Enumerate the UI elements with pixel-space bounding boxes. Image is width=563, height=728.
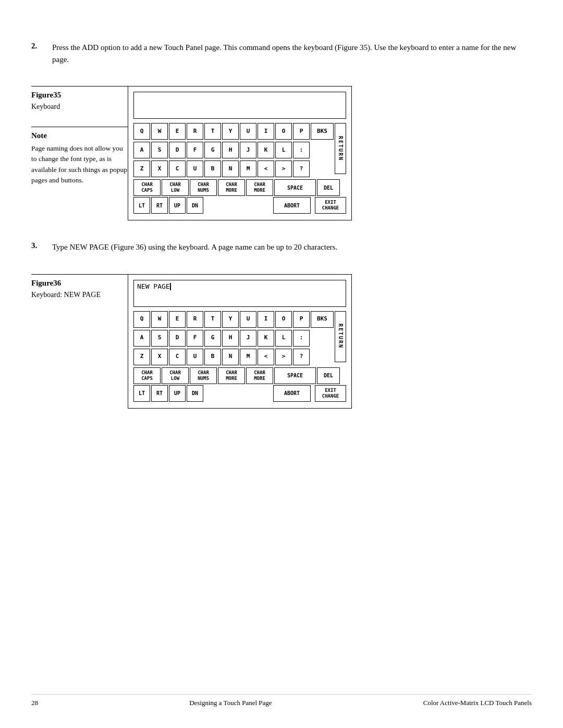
key-exit-36[interactable]: EXITCHANGE xyxy=(315,385,346,402)
key-w-35[interactable]: W xyxy=(151,123,168,140)
key-h-36[interactable]: H xyxy=(222,330,239,347)
key-abort-36[interactable]: ABORT xyxy=(273,385,311,402)
key-lt-35[interactable]: < xyxy=(258,161,274,177)
key-char-low-36[interactable]: CHARLOW xyxy=(162,367,189,384)
key-m-35[interactable]: M xyxy=(240,161,256,177)
key-n-35[interactable]: N xyxy=(222,161,239,177)
key-c-36[interactable]: C xyxy=(169,349,186,365)
key-c-35[interactable]: C xyxy=(169,161,186,177)
key-bks-35[interactable]: BKS xyxy=(311,123,334,140)
key-d-36[interactable]: D xyxy=(169,330,186,347)
key-char-more2-35[interactable]: CHARMORE xyxy=(246,179,273,196)
key-o-35[interactable]: O xyxy=(275,123,292,140)
key-t-36[interactable]: T xyxy=(204,311,221,328)
key-rt-nav-36[interactable]: RT xyxy=(151,385,168,402)
key-r-36[interactable]: R xyxy=(187,311,203,328)
key-y-36[interactable]: Y xyxy=(222,311,239,328)
key-l-35[interactable]: L xyxy=(275,142,292,158)
key-n-36[interactable]: N xyxy=(222,349,239,365)
key-m-36[interactable]: M xyxy=(240,349,256,365)
key-b-36[interactable]: B xyxy=(204,349,221,365)
key-p-35[interactable]: P xyxy=(293,123,310,140)
key-dn-nav-36[interactable]: DN xyxy=(187,385,203,402)
key-char-low-35[interactable]: CHARLOW xyxy=(162,179,189,196)
key-u2-36[interactable]: U xyxy=(187,349,203,365)
key-char-more1-36[interactable]: CHARMORE xyxy=(218,367,245,384)
key-return-35[interactable]: R​E​T​U​R​N xyxy=(335,123,346,174)
key-w-36[interactable]: W xyxy=(151,311,168,328)
key-z-35[interactable]: Z xyxy=(133,161,150,177)
key-row-4-35: CHARCAPS CHARLOW CHARNUMS CHARMORE CHARM… xyxy=(133,179,346,196)
key-u-36[interactable]: U xyxy=(240,311,256,328)
key-dn-nav-35[interactable]: DN xyxy=(187,197,203,214)
key-k-35[interactable]: K xyxy=(258,142,274,158)
key-k-36[interactable]: K xyxy=(258,330,274,347)
key-char-caps-36[interactable]: CHARCAPS xyxy=(133,367,161,384)
key-r-35[interactable]: R xyxy=(187,123,203,140)
key-char-nums-36[interactable]: CHARNUMS xyxy=(190,367,217,384)
key-g-36[interactable]: G xyxy=(204,330,221,347)
key-rt-nav-35[interactable]: RT xyxy=(151,197,168,214)
key-z-36[interactable]: Z xyxy=(133,349,150,365)
key-space-35[interactable]: SPACE xyxy=(274,179,316,196)
key-colon-36[interactable]: : xyxy=(293,330,310,347)
key-row-2-36: A S D F G H J K L : xyxy=(133,330,334,347)
key-up-nav-36[interactable]: UP xyxy=(169,385,186,402)
key-lt-nav-36[interactable]: LT xyxy=(133,385,150,402)
key-x-35[interactable]: X xyxy=(151,161,168,177)
key-space-36[interactable]: SPACE xyxy=(274,367,316,384)
key-q-35[interactable]: Q xyxy=(133,123,150,140)
key-a-35[interactable]: A xyxy=(133,142,150,158)
key-exit-35[interactable]: EXITCHANGE xyxy=(315,197,346,214)
key-f-35[interactable]: F xyxy=(187,142,203,158)
key-del-35[interactable]: DEL xyxy=(317,179,340,196)
key-i-36[interactable]: I xyxy=(258,311,274,328)
key-row-5-36: LT RT UP DN ABORT EXITCHANGE xyxy=(133,385,346,402)
key-gt-36[interactable]: > xyxy=(275,349,292,365)
key-d-35[interactable]: D xyxy=(169,142,186,158)
key-b-35[interactable]: B xyxy=(204,161,221,177)
figure35-sidebar: Figure35 Keyboard Note Page naming does … xyxy=(31,86,128,220)
key-e-35[interactable]: E xyxy=(169,123,186,140)
key-lt-nav-35[interactable]: LT xyxy=(133,197,150,214)
key-h-35[interactable]: H xyxy=(222,142,239,158)
key-t-35[interactable]: T xyxy=(204,123,221,140)
key-j-35[interactable]: J xyxy=(240,142,256,158)
key-gt-35[interactable]: > xyxy=(275,161,292,177)
key-q2-35[interactable]: ? xyxy=(293,161,310,177)
footer-right: Color Active-Matrix LCD Touch Panels xyxy=(423,699,532,707)
key-o-36[interactable]: O xyxy=(275,311,292,328)
key-y-35[interactable]: Y xyxy=(222,123,239,140)
key-colon-35[interactable]: : xyxy=(293,142,310,158)
key-lt-36[interactable]: < xyxy=(258,349,274,365)
key-f-36[interactable]: F xyxy=(187,330,203,347)
page-footer: 28 Designing a Touch Panel Page Color Ac… xyxy=(31,694,532,707)
key-char-more2-36[interactable]: CHARMORE xyxy=(246,367,273,384)
spacer-36 xyxy=(204,385,272,402)
key-j-36[interactable]: J xyxy=(240,330,256,347)
key-g-35[interactable]: G xyxy=(204,142,221,158)
key-del-36[interactable]: DEL xyxy=(317,367,340,384)
cursor-36 xyxy=(170,283,171,290)
key-char-more1-35[interactable]: CHARMORE xyxy=(218,179,245,196)
key-l-36[interactable]: L xyxy=(275,330,292,347)
key-char-nums-35[interactable]: CHARNUMS xyxy=(190,179,217,196)
key-abort-35[interactable]: ABORT xyxy=(273,197,311,214)
key-up-nav-35[interactable]: UP xyxy=(169,197,186,214)
key-s-36[interactable]: S xyxy=(151,330,168,347)
key-s-35[interactable]: S xyxy=(151,142,168,158)
footer-page-number: 28 xyxy=(31,699,38,707)
key-i-35[interactable]: I xyxy=(258,123,274,140)
key-char-caps-35[interactable]: CHARCAPS xyxy=(133,179,161,196)
key-p-36[interactable]: P xyxy=(293,311,310,328)
key-e-36[interactable]: E xyxy=(169,311,186,328)
key-x-36[interactable]: X xyxy=(151,349,168,365)
key-row-3-35: Z X C U B N M < > ? xyxy=(133,161,334,177)
key-u2-35[interactable]: U xyxy=(187,161,203,177)
key-u-35[interactable]: U xyxy=(240,123,256,140)
key-return-36[interactable]: R​E​T​U​R​N xyxy=(335,311,346,362)
key-bks-36[interactable]: BKS xyxy=(311,311,334,328)
key-q2-36[interactable]: ? xyxy=(293,349,310,365)
key-a-36[interactable]: A xyxy=(133,330,150,347)
key-q-36[interactable]: Q xyxy=(133,311,150,328)
